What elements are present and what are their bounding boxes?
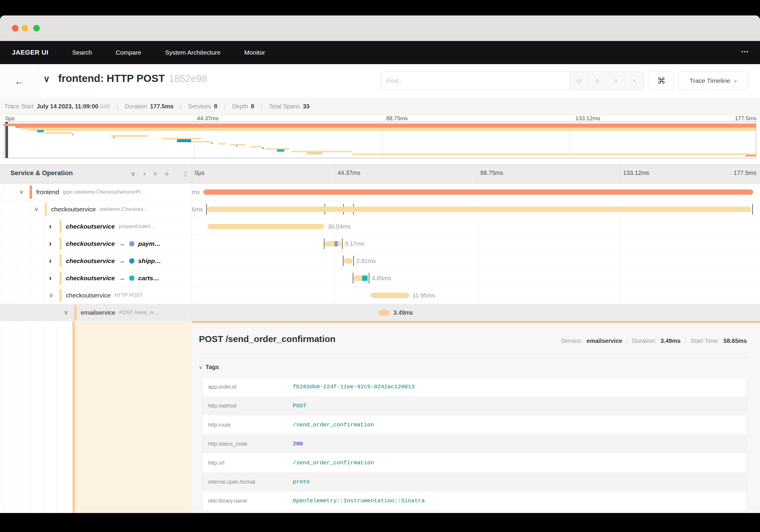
- nav-item-search[interactable]: Search: [72, 49, 92, 56]
- span-name-cell[interactable]: ›checkoutservice→shipp…: [0, 252, 192, 269]
- span-timeline-cell[interactable]: 4.85ms: [192, 269, 760, 286]
- chevron-right-icon[interactable]: ›: [49, 218, 52, 235]
- match-target-icon[interactable]: ◎: [570, 72, 588, 90]
- tags-section-toggle[interactable]: ∨Tags: [199, 364, 219, 370]
- close-window-icon[interactable]: [12, 25, 19, 31]
- nav-item-compare[interactable]: Compare: [116, 49, 141, 56]
- span-row[interactable]: ∨frontendgrpc.oteldemo.CheckoutService/P…: [0, 183, 760, 201]
- chevron-down-icon[interactable]: ∨: [64, 304, 68, 321]
- span-name-cell[interactable]: ›checkoutservice→paym…: [0, 235, 192, 252]
- span-detail-stats: Service:emailservice|Duration:3.49ms|Sta…: [561, 337, 747, 345]
- span-timeline-cell[interactable]: 5.17ms: [192, 235, 760, 252]
- tag-key: app.order.id: [203, 384, 293, 390]
- clear-search-icon[interactable]: ×: [625, 72, 643, 90]
- nav-item-monitor[interactable]: Monitor: [244, 49, 265, 56]
- span-name[interactable]: checkoutserviceHTTP POST: [66, 287, 143, 304]
- minimap-tick-label: 177.5ms: [735, 115, 756, 122]
- span-timeline-cell[interactable]: 2.81ms: [192, 252, 760, 269]
- span-marker-tick: [752, 204, 753, 215]
- span-duration-bar[interactable]: [203, 189, 753, 195]
- minimap-span-bar: [72, 134, 74, 135]
- trace-view-selector[interactable]: Trace Timeline ∨: [679, 72, 748, 90]
- span-name[interactable]: checkoutservice→paym…: [66, 235, 161, 252]
- tag-row[interactable]: app.order.idfb283db0-224f-11ee-92c5-0242…: [203, 377, 747, 396]
- service-color-bar: [59, 289, 62, 302]
- tag-row[interactable]: http.route/send_order_confirmation: [203, 415, 747, 434]
- tag-row[interactable]: otel.library.nameOpenTelemetry::Instrume…: [203, 491, 747, 510]
- span-name-cell[interactable]: ›checkoutserviceprepareOrderI…: [0, 218, 192, 235]
- span-row[interactable]: ›checkoutserviceprepareOrderI…36.54ms: [0, 218, 760, 235]
- indent-guide: [16, 235, 16, 252]
- chevron-right-icon[interactable]: ›: [49, 269, 52, 286]
- next-result-icon[interactable]: ∨: [606, 72, 625, 90]
- trace-title-chevron-icon[interactable]: ∨: [43, 73, 50, 84]
- tag-row[interactable]: otel.library.version0.19.4: [203, 510, 747, 513]
- span-duration-bar[interactable]: [370, 293, 409, 298]
- timeline-gridline: [477, 218, 478, 235]
- span-duration-bar[interactable]: [344, 258, 353, 264]
- indent-guide: [30, 218, 30, 235]
- view-selector-label: Trace Timeline: [689, 77, 730, 84]
- find-input[interactable]: [381, 72, 570, 90]
- operation-name: oteldemo.Checkout…: [100, 206, 148, 212]
- span-name-cell[interactable]: ∨emailservicePOST /send_or…: [0, 304, 192, 321]
- tag-row[interactable]: http.status_code200: [203, 434, 747, 453]
- tag-row[interactable]: internal.span.formatproto: [203, 472, 747, 491]
- span-name[interactable]: emailservicePOST /send_or…: [81, 304, 159, 321]
- indent-guide: [16, 269, 16, 286]
- span-timeline-cell[interactable]: 6ms: [192, 201, 760, 218]
- back-button[interactable]: ←: [0, 64, 39, 98]
- span-name-cell[interactable]: ›checkoutservice→carts…: [0, 269, 192, 286]
- span-row[interactable]: ∨checkoutserviceHTTP POST11.95ms: [0, 287, 760, 304]
- nav-item-system-architecture[interactable]: System Architecture: [165, 49, 220, 56]
- summary-label: Trace Start: [4, 103, 33, 110]
- span-indent-fill: [75, 321, 192, 513]
- span-timeline-cell[interactable]: 3.49ms: [192, 304, 760, 321]
- span-duration-bar[interactable]: [208, 224, 324, 229]
- span-timeline-cell[interactable]: 36.54ms: [192, 218, 760, 235]
- span-duration-bar[interactable]: [207, 207, 751, 212]
- span-duration-bar[interactable]: [378, 310, 390, 315]
- summary-separator: |: [180, 103, 182, 111]
- span-name-cell[interactable]: ∨checkoutserviceHTTP POST: [0, 287, 192, 304]
- expand-one-icon[interactable]: ›: [143, 170, 146, 178]
- tag-row[interactable]: http.methodPOST: [203, 396, 747, 415]
- chevron-down-icon[interactable]: ∨: [19, 183, 24, 200]
- trace-minimap[interactable]: [4, 122, 756, 158]
- span-name[interactable]: checkoutserviceprepareOrderI…: [66, 218, 155, 235]
- minimize-window-icon[interactable]: [22, 25, 28, 31]
- shortcuts-button[interactable]: ⌘: [649, 72, 674, 90]
- span-name[interactable]: checkoutservice→shipp…: [66, 252, 161, 269]
- span-name[interactable]: checkoutservice→carts…: [66, 269, 160, 286]
- minimap-scrubber-handle[interactable]: [5, 122, 8, 158]
- span-duration-bar[interactable]: [324, 241, 341, 246]
- collapse-all-icon[interactable]: »: [151, 172, 159, 176]
- nav-overflow-icon[interactable]: …: [741, 45, 749, 54]
- column-resize-grip[interactable]: [185, 171, 187, 177]
- span-timeline-cell[interactable]: 11.95ms: [192, 287, 760, 304]
- chevron-right-icon[interactable]: ›: [49, 252, 52, 269]
- jaeger-logo[interactable]: JAEGER UI: [12, 49, 48, 56]
- span-name-cell[interactable]: ∨frontendgrpc.oteldemo.CheckoutService/P…: [0, 183, 192, 200]
- collapse-one-icon[interactable]: ∨: [131, 170, 136, 178]
- minimap-span-bar: [250, 146, 262, 148]
- chevron-down-icon[interactable]: ∨: [49, 287, 53, 304]
- service-color-bar: [59, 237, 62, 250]
- span-name[interactable]: frontendgrpc.oteldemo.CheckoutService/Pl…: [36, 183, 145, 200]
- chevron-down-icon[interactable]: ∨: [34, 201, 39, 218]
- indent-guide: [30, 252, 30, 269]
- prev-result-icon[interactable]: ∧: [588, 72, 606, 90]
- span-row[interactable]: ›checkoutservice→carts…4.85ms: [0, 269, 760, 287]
- indent-guide: [16, 304, 16, 321]
- expand-all-icon[interactable]: »: [165, 170, 168, 178]
- span-name[interactable]: checkoutserviceoteldemo.Checkout…: [51, 201, 148, 218]
- span-row[interactable]: ›checkoutservice→shipp…2.81ms: [0, 252, 760, 269]
- span-name-cell[interactable]: ∨checkoutserviceoteldemo.Checkout…: [0, 201, 192, 218]
- span-row[interactable]: ›checkoutservice→paym…5.17ms: [0, 235, 760, 252]
- chevron-right-icon[interactable]: ›: [49, 235, 52, 252]
- span-timeline-cell[interactable]: ms: [192, 183, 760, 200]
- maximize-window-icon[interactable]: [33, 25, 40, 31]
- span-row[interactable]: ∨emailservicePOST /send_or…3.49ms: [0, 304, 760, 321]
- span-row[interactable]: ∨checkoutserviceoteldemo.Checkout…6ms: [0, 201, 760, 218]
- tag-row[interactable]: http.url/send_order_confirmation: [203, 453, 747, 472]
